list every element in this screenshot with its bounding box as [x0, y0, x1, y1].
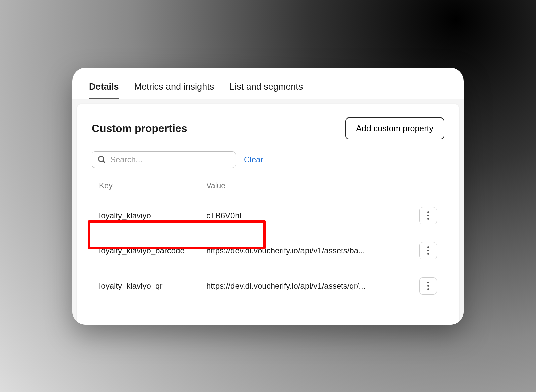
search-input[interactable] — [110, 155, 230, 164]
add-custom-property-button[interactable]: Add custom property — [345, 117, 444, 139]
tab-details[interactable]: Details — [89, 82, 119, 100]
table-row: loyalty_klaviyo_qr https://dev.dl.vouche… — [92, 268, 444, 303]
cell-value: https://dev.dl.voucherify.io/api/v1/asse… — [206, 281, 417, 291]
row-actions-button[interactable] — [419, 277, 437, 295]
table-row: loyalty_klaviyo_barcode https://dev.dl.v… — [92, 233, 444, 268]
row-actions-button[interactable] — [419, 207, 437, 224]
app-window: Details Metrics and insights List and se… — [72, 68, 464, 325]
cell-key: loyalty_klaviyo_qr — [99, 281, 206, 291]
tab-metrics[interactable]: Metrics and insights — [134, 82, 214, 100]
clear-search-link[interactable]: Clear — [244, 155, 263, 164]
table-header: Key Value — [92, 181, 444, 198]
search-icon — [97, 155, 106, 164]
panel-title: Custom properties — [92, 122, 187, 135]
col-header-key: Key — [99, 181, 206, 190]
custom-properties-panel: Custom properties Add custom property Cl… — [77, 104, 459, 325]
col-header-value: Value — [206, 181, 417, 190]
panel-area: Custom properties Add custom property Cl… — [72, 99, 464, 325]
cell-value: https://dev.dl.voucherify.io/api/v1/asse… — [206, 246, 417, 255]
kebab-icon — [427, 246, 429, 255]
kebab-icon — [427, 282, 429, 290]
row-actions-button[interactable] — [419, 242, 437, 259]
tab-lists[interactable]: List and segments — [229, 82, 303, 100]
panel-header: Custom properties Add custom property — [92, 117, 444, 139]
search-box[interactable] — [92, 151, 236, 168]
cell-key: loyalty_klaviyo — [99, 211, 206, 220]
search-row: Clear — [92, 151, 444, 168]
table-row: loyalty_klaviyo cTB6V0hl — [92, 198, 444, 233]
svg-line-1 — [103, 161, 105, 162]
tab-bar: Details Metrics and insights List and se… — [72, 68, 464, 99]
kebab-icon — [427, 211, 429, 220]
cell-value: cTB6V0hl — [206, 211, 417, 220]
cell-key: loyalty_klaviyo_barcode — [99, 246, 206, 255]
